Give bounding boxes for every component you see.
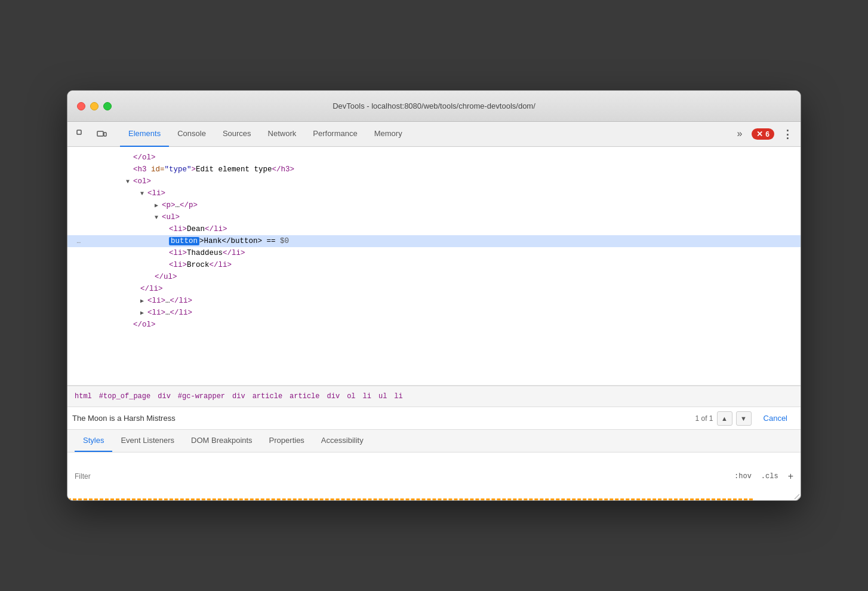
styles-panel: :hov .cls + xyxy=(67,453,801,500)
traffic-lights xyxy=(77,102,112,110)
tab-memory[interactable]: Memory xyxy=(366,122,411,147)
tab-network[interactable]: Network xyxy=(260,122,305,147)
breadcrumb-item-article2[interactable]: article xyxy=(290,392,319,401)
search-next-button[interactable]: ▼ xyxy=(736,411,752,426)
search-bar: 1 of 1 ▲ ▼ Cancel xyxy=(67,407,801,430)
styles-filter-input[interactable] xyxy=(75,472,194,481)
error-icon: ✕ xyxy=(756,130,763,138)
window-title: DevTools - localhost:8080/web/tools/chro… xyxy=(333,101,535,110)
dom-line: </ol> xyxy=(67,152,801,164)
svg-rect-3 xyxy=(104,133,106,136)
breadcrumb-item-div1[interactable]: div xyxy=(158,392,171,401)
dom-line: ▼<ol> xyxy=(67,176,801,187)
svg-rect-2 xyxy=(97,131,103,136)
dom-line-selected[interactable]: … button>Hank</button> == $0 xyxy=(67,235,801,247)
cls-button[interactable]: .cls xyxy=(761,472,778,481)
dom-line: <h3 id="type">Edit element type</h3> xyxy=(67,164,801,176)
dashed-indicator xyxy=(67,498,753,500)
dom-line: ▶<li>…</li> xyxy=(67,307,801,319)
tab-dom-breakpoints[interactable]: DOM Breakpoints xyxy=(183,429,261,452)
tab-styles[interactable]: Styles xyxy=(75,429,112,452)
dom-line: ▼<ul> xyxy=(67,211,801,223)
dom-line: ▼<li> xyxy=(67,187,801,199)
svg-rect-0 xyxy=(77,130,81,134)
breadcrumb-item-ul[interactable]: ul xyxy=(378,392,387,401)
tab-console[interactable]: Console xyxy=(169,122,214,147)
search-prev-button[interactable]: ▲ xyxy=(717,411,732,426)
dom-line: <li>Dean</li> xyxy=(67,223,801,235)
tab-sources[interactable]: Sources xyxy=(214,122,260,147)
hov-button[interactable]: :hov xyxy=(734,472,752,481)
tab-properties[interactable]: Properties xyxy=(261,429,313,452)
breadcrumb-item-gc-wrapper[interactable]: #gc-wrapper xyxy=(178,392,225,401)
titlebar: DevTools - localhost:8080/web/tools/chro… xyxy=(67,91,801,122)
resize-handle[interactable] xyxy=(793,493,801,500)
tab-elements[interactable]: Elements xyxy=(120,122,169,147)
device-toggle-button[interactable] xyxy=(93,126,110,143)
inspect-element-button[interactable] xyxy=(72,126,90,143)
search-cancel-button[interactable]: Cancel xyxy=(755,411,796,425)
breadcrumb-bar: html #top_of_page div #gc-wrapper div ar… xyxy=(67,386,801,407)
toolbar-icons xyxy=(72,126,110,143)
main-toolbar: Elements Console Sources Network Perform… xyxy=(67,122,801,147)
dom-line: ▶<p>…</p> xyxy=(67,199,801,211)
breadcrumb-item-div3[interactable]: div xyxy=(327,392,340,401)
bottom-tabs-bar: Styles Event Listeners DOM Breakpoints P… xyxy=(67,430,801,453)
minimize-button[interactable] xyxy=(90,102,99,110)
dom-line: <li>Thaddeus</li> xyxy=(67,247,801,259)
dom-line: </li> xyxy=(67,283,801,295)
more-tabs-button[interactable]: » xyxy=(732,122,747,147)
error-badge[interactable]: ✕ 6 xyxy=(752,128,774,140)
breadcrumb-item-ol[interactable]: ol xyxy=(347,392,355,401)
add-style-rule-button[interactable]: + xyxy=(788,471,793,482)
breadcrumb-item-article1[interactable]: article xyxy=(253,392,282,401)
toolbar-right: » ✕ 6 ⋮ xyxy=(732,122,796,147)
breadcrumb-item-li1[interactable]: li xyxy=(363,392,371,401)
close-button[interactable] xyxy=(77,102,85,110)
breadcrumb-item-div2[interactable]: div xyxy=(232,392,245,401)
search-input[interactable] xyxy=(72,414,692,423)
tab-event-listeners[interactable]: Event Listeners xyxy=(112,429,183,452)
dom-line: <li>Brock</li> xyxy=(67,259,801,271)
dom-line: </ul> xyxy=(67,271,801,283)
devtools-menu-button[interactable]: ⋮ xyxy=(779,126,796,143)
breadcrumb-item-li2[interactable]: li xyxy=(394,392,402,401)
dom-tree-panel[interactable]: </ol> <h3 id="type">Edit element type</h… xyxy=(67,147,801,386)
breadcrumb-item-top-of-page[interactable]: #top_of_page xyxy=(99,392,150,401)
devtools-window: DevTools - localhost:8080/web/tools/chro… xyxy=(67,90,801,501)
dom-line: ▶<li>…</li> xyxy=(67,295,801,307)
tab-accessibility[interactable]: Accessibility xyxy=(313,429,372,452)
tab-performance[interactable]: Performance xyxy=(304,122,365,147)
maximize-button[interactable] xyxy=(103,102,112,110)
breadcrumb-item-html[interactable]: html xyxy=(75,392,92,401)
search-count: 1 of 1 xyxy=(695,414,713,423)
dom-line: </ol> xyxy=(67,319,801,331)
